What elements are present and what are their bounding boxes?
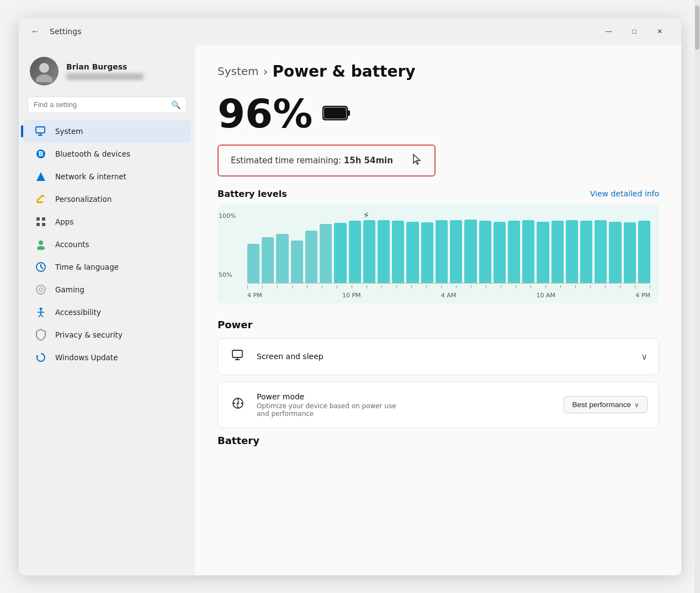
search-input[interactable]	[34, 100, 167, 109]
sidebar-item-gaming[interactable]: Gaming	[23, 279, 191, 301]
cursor-icon	[412, 153, 422, 168]
sidebar-item-privacy[interactable]: Privacy & security	[23, 324, 191, 346]
titlebar: ← Settings — □ ✕	[19, 18, 681, 45]
svg-rect-8	[36, 201, 43, 203]
chart-x-tick	[605, 285, 606, 289]
maximize-button[interactable]: □	[622, 23, 647, 40]
chart-bar	[624, 222, 636, 283]
sidebar-item-label-accessibility: Accessibility	[55, 308, 101, 317]
chart-x-tick	[516, 285, 516, 289]
window-title: Settings	[50, 27, 590, 36]
chart-x-label: 4 AM	[441, 292, 457, 299]
battery-section-title: Battery	[218, 435, 659, 446]
chart-y-labels: 100% 50%	[218, 212, 236, 279]
chart-x-tick	[307, 285, 307, 289]
bluetooth-nav-icon: B	[34, 147, 47, 161]
chart-bar	[537, 222, 549, 283]
svg-marker-7	[36, 172, 45, 181]
power-mode-card: Power mode Optimize your device based on…	[218, 382, 659, 428]
svg-line-9	[37, 195, 43, 201]
power-mode-icon	[229, 397, 247, 413]
chart-x-tick	[411, 285, 412, 289]
svg-marker-34	[413, 154, 420, 164]
sidebar-item-update[interactable]: Windows Update	[23, 346, 191, 368]
chart-bar	[378, 220, 390, 282]
chart-bar	[349, 221, 361, 282]
sidebar-item-label-update: Windows Update	[55, 353, 118, 362]
back-button[interactable]: ←	[28, 24, 43, 39]
breadcrumb-parent: System	[218, 65, 259, 78]
main-panel: System › Power & battery 96% Estimated t…	[195, 45, 681, 575]
screen-sleep-label: Screen and sleep	[257, 352, 631, 361]
sidebar-item-network[interactable]: Network & internet	[23, 165, 191, 188]
chart-bar	[305, 231, 317, 282]
svg-rect-35	[232, 350, 242, 357]
sidebar-item-label-system: System	[55, 127, 83, 136]
sidebar-item-personalization[interactable]: Personalization	[23, 188, 191, 210]
chart-x-tick	[367, 285, 367, 289]
chart-x-label: 4 PM	[247, 292, 262, 299]
sidebar-item-apps[interactable]: Apps	[23, 211, 191, 233]
battery-levels-title: Battery levels	[218, 189, 287, 199]
chart-x-tick	[247, 285, 248, 289]
chart-x-tick	[501, 285, 501, 289]
chart-x-tick	[575, 285, 576, 289]
main-content: Brian Burgess 🔍 SystemBBluetooth & devic…	[19, 45, 681, 575]
accessibility-nav-icon	[34, 306, 47, 319]
chart-bar	[320, 224, 332, 282]
svg-point-0	[39, 63, 49, 73]
minimize-button[interactable]: —	[596, 23, 622, 40]
window-controls: — □ ✕	[596, 23, 672, 40]
chart-x-tick	[322, 285, 322, 289]
svg-line-24	[39, 290, 41, 292]
sidebar-item-label-bluetooth: Bluetooth & devices	[55, 149, 130, 158]
power-mode-dropdown[interactable]: Best performance ∨	[564, 396, 648, 413]
svg-rect-12	[42, 217, 45, 221]
update-nav-icon	[34, 351, 47, 364]
apps-nav-icon	[34, 215, 47, 228]
chart-x-tick	[292, 285, 293, 289]
user-profile[interactable]: Brian Burgess	[19, 50, 195, 94]
estimated-value: 15h 54min	[344, 155, 393, 165]
chart-x-tick	[396, 285, 397, 289]
chart-x-tick	[590, 285, 591, 289]
svg-line-19	[41, 267, 43, 269]
sidebar-item-accounts[interactable]: Accounts	[23, 233, 191, 255]
power-mode-chevron-icon: ∨	[634, 401, 639, 409]
chart-bars: ⚡	[247, 211, 650, 283]
search-box[interactable]: 🔍	[28, 97, 187, 113]
chart-bar	[479, 221, 491, 282]
battery-percentage-value: 96%	[218, 90, 312, 137]
time-nav-icon	[34, 260, 47, 274]
svg-rect-33	[324, 108, 346, 119]
chart-x-tick	[456, 285, 457, 289]
svg-point-15	[39, 241, 43, 245]
chart-x-tick	[352, 285, 352, 289]
gaming-nav-icon	[34, 283, 47, 296]
screen-sleep-card[interactable]: Screen and sleep ∨	[218, 338, 659, 375]
view-detailed-info-link[interactable]: View detailed info	[590, 189, 659, 198]
sidebar-item-label-time: Time & language	[55, 263, 119, 271]
chart-x-tick	[545, 285, 546, 289]
nav-list: SystemBBluetooth & devicesNetwork & inte…	[19, 120, 195, 369]
battery-percent-display: 96%	[218, 90, 659, 137]
chart-x-tick	[337, 285, 337, 289]
chart-x-tick	[262, 285, 263, 289]
chart-x-tick	[531, 285, 531, 289]
chart-bar	[464, 220, 476, 282]
chart-x-labels: 4 PM10 PM4 AM10 AM4 PM	[247, 292, 650, 299]
sidebar-item-system[interactable]: System	[23, 120, 191, 142]
svg-point-20	[36, 285, 45, 294]
sidebar-item-accessibility[interactable]: Accessibility	[23, 301, 191, 323]
svg-line-29	[41, 314, 43, 317]
power-mode-desc: Optimize your device based on power usea…	[257, 402, 554, 418]
sidebar-item-time[interactable]: Time & language	[23, 256, 191, 278]
close-button[interactable]: ✕	[647, 23, 672, 40]
chart-bar	[406, 222, 418, 283]
avatar-image	[33, 60, 55, 82]
chart-x-tick	[381, 285, 382, 289]
charge-pin-icon: ⚡	[363, 210, 369, 221]
chart-x-label: 10 PM	[342, 292, 361, 299]
sidebar-item-bluetooth[interactable]: BBluetooth & devices	[23, 143, 191, 165]
battery-levels-header: Battery levels View detailed info	[218, 189, 659, 199]
